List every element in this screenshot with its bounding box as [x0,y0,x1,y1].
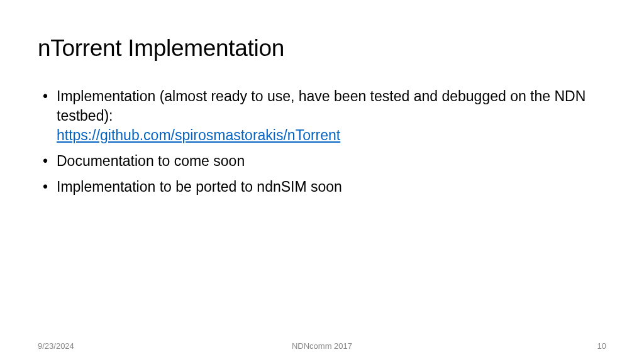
bullet-text: Implementation to be ported to ndnSIM so… [57,178,342,195]
bullet-text: Documentation to come soon [57,153,245,169]
list-item: Implementation to be ported to ndnSIM so… [43,177,606,197]
list-item: Implementation (almost ready to use, hav… [43,87,606,145]
slide: nTorrent Implementation Implementation (… [0,0,644,362]
github-link[interactable]: https://github.com/spirosmastorakis/nTor… [57,126,606,145]
bullet-text: Implementation (almost ready to use, hav… [57,88,586,124]
slide-title: nTorrent Implementation [38,35,606,62]
footer-date: 9/23/2024 [38,341,74,351]
footer-center: NDNcomm 2017 [292,341,352,351]
list-item: Documentation to come soon [43,151,606,171]
slide-footer: 9/23/2024 NDNcomm 2017 10 [0,341,644,351]
slide-content: Implementation (almost ready to use, hav… [38,87,606,197]
footer-page-number: 10 [597,341,606,351]
bullet-list: Implementation (almost ready to use, hav… [43,87,606,197]
